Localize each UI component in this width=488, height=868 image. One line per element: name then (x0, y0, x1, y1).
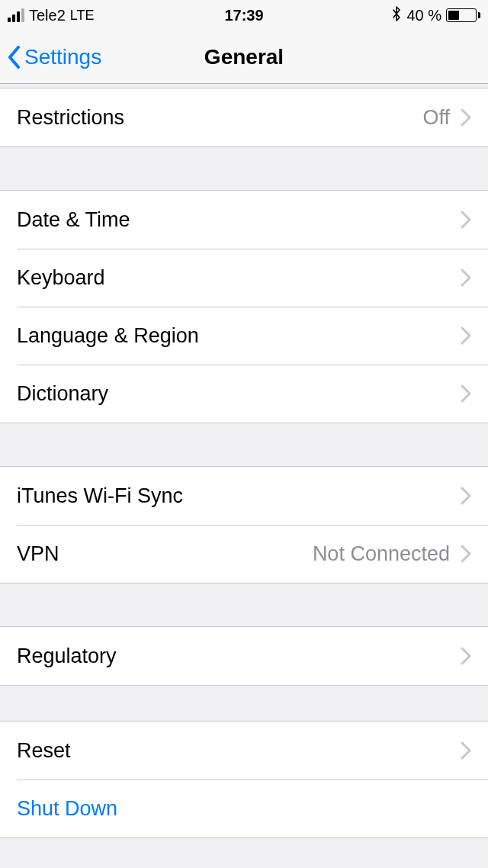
chevron-right-icon (461, 108, 471, 127)
cell-label: Keyboard (17, 266, 105, 290)
cell-value: Off (422, 106, 450, 130)
battery-icon (446, 8, 480, 22)
chevron-right-icon (461, 211, 471, 229)
row-itunes-wifi-sync[interactable]: iTunes Wi-Fi Sync (0, 467, 488, 525)
cell-label: iTunes Wi-Fi Sync (17, 484, 183, 508)
status-left: Tele2 LTE (8, 7, 95, 24)
row-language-region[interactable]: Language & Region (0, 307, 488, 365)
chevron-right-icon (461, 647, 471, 665)
cell-label: Dictionary (17, 382, 108, 406)
cell-label: Reset (17, 739, 71, 763)
carrier-label: Tele2 (29, 7, 66, 24)
row-dictionary[interactable]: Dictionary (0, 365, 488, 423)
chevron-right-icon (461, 326, 471, 345)
row-restrictions[interactable]: Restrictions Off (0, 88, 488, 146)
chevron-left-icon (8, 46, 21, 69)
row-reset[interactable]: Reset (0, 722, 488, 780)
section-divider (0, 837, 488, 853)
battery-percent: 40 % (406, 7, 441, 24)
network-label: LTE (70, 8, 95, 24)
cell-label: Regulatory (17, 645, 117, 668)
signal-strength-icon (8, 8, 24, 22)
chevron-right-icon (461, 741, 471, 760)
row-shut-down[interactable]: Shut Down (0, 780, 488, 837)
cell-value: Not Connected (313, 542, 450, 566)
row-date-time[interactable]: Date & Time (0, 191, 488, 249)
row-vpn[interactable]: VPN Not Connected (0, 525, 488, 583)
cell-label: VPN (17, 542, 59, 566)
nav-bar: Settings General (0, 31, 488, 84)
back-label: Settings (24, 45, 101, 69)
cell-label: Restrictions (17, 106, 124, 130)
row-regulatory[interactable]: Regulatory (0, 627, 488, 685)
chevron-right-icon (461, 384, 471, 403)
clock: 17:39 (224, 7, 263, 24)
section-divider (0, 146, 488, 191)
chevron-right-icon (461, 268, 471, 287)
section-divider (0, 583, 488, 627)
section-divider (0, 685, 488, 722)
page-title: General (204, 45, 284, 69)
status-right: 40 % (391, 5, 480, 26)
chevron-right-icon (461, 487, 471, 505)
back-button[interactable]: Settings (8, 45, 101, 69)
row-keyboard[interactable]: Keyboard (0, 249, 488, 307)
status-bar: Tele2 LTE 17:39 40 % (0, 0, 488, 31)
chevron-right-icon (461, 545, 471, 563)
cell-label: Shut Down (17, 797, 117, 821)
cell-label: Language & Region (17, 324, 199, 348)
cell-label: Date & Time (17, 208, 130, 232)
section-divider (0, 423, 488, 467)
bluetooth-icon (391, 5, 402, 26)
